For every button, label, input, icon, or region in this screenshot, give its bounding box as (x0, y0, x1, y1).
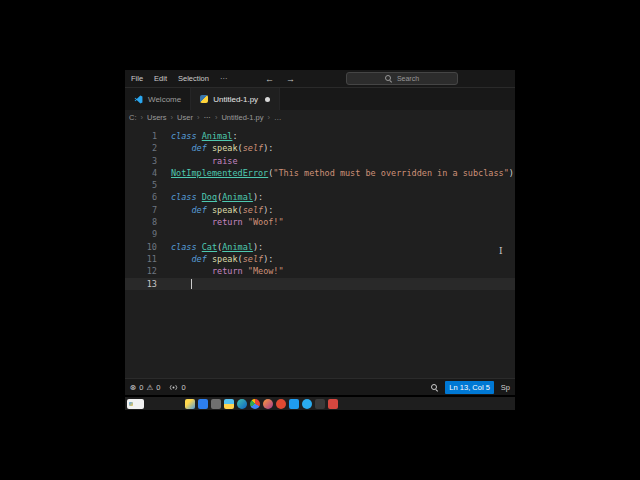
line-number: 8 (125, 216, 157, 228)
code-text: class Dog(Animal): (157, 191, 263, 203)
token-slf: self (243, 204, 263, 216)
breadcrumb-separator-icon: › (171, 113, 174, 122)
code-text: class Cat(Animal): (157, 241, 263, 253)
file-explorer-icon[interactable] (224, 399, 234, 409)
mail-icon[interactable] (328, 399, 338, 409)
token-kw: class (171, 241, 202, 253)
code-line[interactable]: 12 return "Meow!" (125, 265, 515, 277)
line-number: 5 (125, 179, 157, 191)
vscode-logo-icon (134, 95, 143, 104)
line-number: 2 (125, 142, 157, 154)
breadcrumb-item[interactable]: … (274, 113, 282, 122)
token-kw: def (191, 253, 211, 265)
code-line[interactable]: 11 def speak(self): (125, 253, 515, 265)
tab-bar: WelcomeUntitled-1.py (125, 88, 515, 110)
code-text: class Animal: (157, 130, 238, 142)
token-kw: def (191, 204, 211, 216)
error-icon: ⊗ (130, 383, 136, 392)
weather-icon[interactable] (185, 399, 195, 409)
breadcrumb-item[interactable]: User (177, 113, 193, 122)
windows-taskbar (125, 397, 515, 410)
telegram-icon[interactable] (302, 399, 312, 409)
cursor-position[interactable]: Ln 13, Col 5 (445, 381, 493, 394)
breadcrumb-item[interactable]: C: (129, 113, 137, 122)
firefox-icon[interactable] (263, 399, 273, 409)
code-text: NotImplementedError("This method must be… (157, 167, 514, 179)
breadcrumb-separator-icon: › (197, 113, 200, 122)
token-str: "Meow!" (248, 265, 284, 277)
terminal-icon[interactable] (315, 399, 325, 409)
menu-selection[interactable]: Selection (178, 74, 209, 83)
token-pn: ): (263, 142, 273, 154)
titlebar: FileEditSelection··· ← → Search (125, 70, 515, 88)
token-pn (171, 204, 191, 216)
nav-back-button[interactable]: ← (265, 74, 274, 84)
code-editor[interactable]: 1class Animal:2 def speak(self):3 raise4… (125, 124, 515, 378)
menu-more[interactable]: ··· (220, 74, 228, 83)
code-line[interactable]: 9 (125, 228, 515, 240)
code-line[interactable]: 2 def speak(self): (125, 142, 515, 154)
breadcrumb-item[interactable]: Untitled-1.py (221, 113, 263, 122)
modified-dot-icon (265, 97, 270, 102)
code-line[interactable]: 5 (125, 179, 515, 191)
token-fn: speak (212, 204, 238, 216)
token-slf: self (243, 142, 263, 154)
token-pn: ): (253, 241, 263, 253)
menu-file[interactable]: File (131, 74, 143, 83)
command-center-search[interactable]: Search (346, 72, 458, 85)
token-cls: Animal (202, 130, 233, 142)
tab-strip-empty (280, 88, 515, 110)
edge-icon[interactable] (237, 399, 247, 409)
breadcrumb-item[interactable]: ⋯ (203, 113, 211, 122)
tab-label: Welcome (148, 95, 181, 104)
taskbar-search-box[interactable] (127, 399, 144, 409)
warning-icon: ⚠ (146, 383, 153, 392)
tab-welcome[interactable]: Welcome (125, 88, 191, 110)
code-text (157, 278, 192, 290)
zoom-icon[interactable] (430, 383, 438, 391)
status-left: ⊗ 0 ⚠ 0 0 (130, 383, 186, 392)
token-pn: : (232, 130, 237, 142)
status-right: Ln 13, Col 5 Sp (430, 381, 510, 394)
token-pn: ) (509, 167, 514, 179)
code-line[interactable]: 7 def speak(self): (125, 204, 515, 216)
problems-indicator[interactable]: ⊗ 0 ⚠ 0 (130, 383, 160, 392)
code-line[interactable]: 8 return "Woof!" (125, 216, 515, 228)
status-bar: ⊗ 0 ⚠ 0 0 (125, 378, 515, 395)
line-number: 7 (125, 204, 157, 216)
tab-untitled-1-py[interactable]: Untitled-1.py (191, 88, 280, 110)
breadcrumb-item[interactable]: Users (147, 113, 167, 122)
brave-icon[interactable] (276, 399, 286, 409)
breadcrumb-separator-icon: › (268, 113, 271, 122)
menu-bar: FileEditSelection··· (125, 74, 227, 83)
token-ctl: return (212, 265, 248, 277)
settings-icon[interactable] (211, 399, 221, 409)
broadcast-icon (169, 383, 178, 392)
token-slf: self (243, 253, 263, 265)
screen-capture: FileEditSelection··· ← → Search WelcomeU… (125, 70, 515, 411)
code-line[interactable]: 6class Dog(Animal): (125, 191, 515, 203)
warning-count: 0 (156, 383, 160, 392)
token-ctl: return (212, 216, 248, 228)
code-line[interactable]: 1class Animal: (125, 130, 515, 142)
code-line[interactable]: 3 raise (125, 155, 515, 167)
broadcast-count: 0 (181, 383, 185, 392)
vscode-icon[interactable] (289, 399, 299, 409)
chrome-icon[interactable] (250, 399, 260, 409)
nav-arrows: ← → (265, 70, 295, 87)
token-pn (171, 155, 212, 167)
error-count: 0 (139, 383, 143, 392)
code-line[interactable]: 4NotImplementedError("This method must b… (125, 167, 515, 179)
menu-edit[interactable]: Edit (154, 74, 167, 83)
line-number: 1 (125, 130, 157, 142)
nav-forward-button[interactable]: → (286, 74, 295, 84)
mouse-cursor-ibeam: I (499, 246, 503, 256)
indentation-indicator[interactable]: Sp (501, 383, 510, 392)
token-kw: class (171, 130, 202, 142)
token-pn (171, 278, 191, 290)
store-icon[interactable] (198, 399, 208, 409)
broadcast-indicator[interactable]: 0 (169, 383, 185, 392)
code-text: return "Meow!" (157, 265, 284, 277)
code-line[interactable]: 13 (125, 278, 515, 290)
code-line[interactable]: 10class Cat(Animal): (125, 241, 515, 253)
